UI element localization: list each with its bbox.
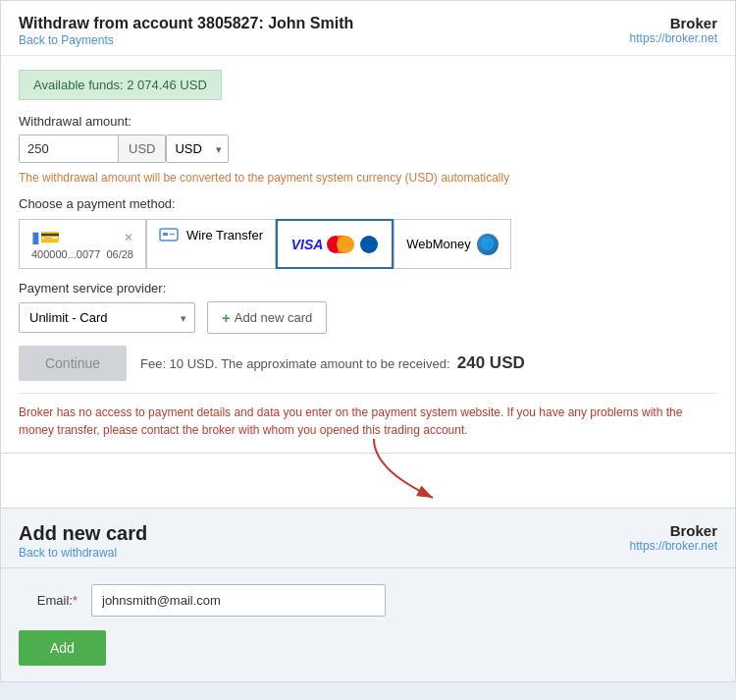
header-right: Broker https://broker.net xyxy=(630,15,717,45)
add-card-content: Email:* Add xyxy=(1,568,735,681)
provider-select-wrapper: Unlimit - Card xyxy=(19,302,195,333)
bottom-section: Add new card Back to withdrawal Broker h… xyxy=(0,508,736,682)
currency-select[interactable]: USD xyxy=(166,135,229,163)
header-left: Withdraw from account 3805827: John Smit… xyxy=(19,15,353,47)
currency-fixed-label: USD xyxy=(118,135,165,162)
curved-arrow-svg xyxy=(295,434,492,503)
available-funds-badge: Available funds: 2 074.46 USD xyxy=(19,70,222,100)
back-to-payments-link[interactable]: Back to Payments xyxy=(19,33,114,47)
amount-input-wrapper: USD xyxy=(19,135,166,163)
broker-notice: Broker has no access to payment details … xyxy=(19,393,717,439)
provider-label: Payment service provider: xyxy=(19,281,717,296)
payment-methods-row: ▮💳 ✕ 400000...0077 06/28 Wire Transfer xyxy=(19,219,717,269)
action-row: Continue Fee: 10 USD. The approximate am… xyxy=(19,346,717,381)
card-number: 400000...0077 06/28 xyxy=(31,248,133,260)
email-label: Email:* xyxy=(19,593,78,608)
arrow-area xyxy=(0,454,736,508)
fee-info: Fee: 10 USD. The approximate amount to b… xyxy=(140,353,525,373)
email-input[interactable] xyxy=(91,584,386,617)
fee-text: Fee: 10 USD. The approximate amount to b… xyxy=(140,356,450,371)
email-row: Email:* xyxy=(19,584,717,617)
withdrawal-amount-label: Withdrawal amount: xyxy=(19,114,717,129)
required-asterisk: * xyxy=(73,593,78,608)
back-to-withdrawal-link[interactable]: Back to withdrawal xyxy=(19,546,117,560)
payment-method-wire-transfer[interactable]: Wire Transfer xyxy=(146,219,276,269)
mastercard-icon xyxy=(327,236,356,253)
payment-method-visa[interactable]: VISA xyxy=(276,219,394,269)
broker-url[interactable]: https://broker.net xyxy=(630,31,717,45)
payment-method-webmoney[interactable]: WebMoney 🌐 xyxy=(394,219,511,269)
bottom-header: Add new card Back to withdrawal Broker h… xyxy=(1,509,735,568)
webmoney-label: WebMoney xyxy=(406,237,471,251)
conversion-note: The withdrawal amount will be converted … xyxy=(19,171,717,185)
payment-method-saved-card[interactable]: ▮💳 ✕ 400000...0077 06/28 xyxy=(19,219,146,269)
currency-select-wrapper: USD xyxy=(166,135,229,163)
broker-label: Broker xyxy=(670,15,717,31)
card-brand-icon xyxy=(360,236,378,253)
svg-rect-1 xyxy=(163,233,168,236)
page-title: Withdraw from account 3805827: John Smit… xyxy=(19,15,353,32)
payment-method-label: Choose a payment method: xyxy=(19,196,717,211)
bottom-broker-url[interactable]: https://broker.net xyxy=(630,539,717,553)
bottom-header-right: Broker https://broker.net xyxy=(630,522,717,553)
amount-row: USD USD xyxy=(19,135,717,163)
provider-select[interactable]: Unlimit - Card xyxy=(19,302,195,333)
webmoney-globe-icon: 🌐 xyxy=(477,234,499,255)
add-new-card-label: Add new card xyxy=(235,310,313,325)
fee-amount: 240 USD xyxy=(457,353,525,372)
provider-row: Unlimit - Card + Add new card xyxy=(19,301,717,334)
close-icon[interactable]: ✕ xyxy=(124,231,133,244)
add-button[interactable]: Add xyxy=(19,630,106,666)
main-content: Available funds: 2 074.46 USD Withdrawal… xyxy=(1,56,735,453)
svg-rect-0 xyxy=(160,229,178,241)
add-card-title: Add new card xyxy=(19,522,147,545)
top-section: Withdraw from account 3805827: John Smit… xyxy=(0,0,736,454)
visa-icon: VISA xyxy=(291,237,324,252)
plus-icon: + xyxy=(222,309,231,326)
add-new-card-button[interactable]: + Add new card xyxy=(207,301,327,334)
continue-button[interactable]: Continue xyxy=(19,346,127,381)
bottom-broker-label: Broker xyxy=(670,522,717,539)
amount-input[interactable] xyxy=(20,135,118,162)
top-header: Withdraw from account 3805827: John Smit… xyxy=(1,1,735,56)
bottom-header-left: Add new card Back to withdrawal xyxy=(19,522,147,560)
credit-card-icon: ▮💳 xyxy=(31,228,60,246)
wire-transfer-label: Wire Transfer xyxy=(186,228,263,242)
wire-transfer-icon xyxy=(159,228,179,247)
